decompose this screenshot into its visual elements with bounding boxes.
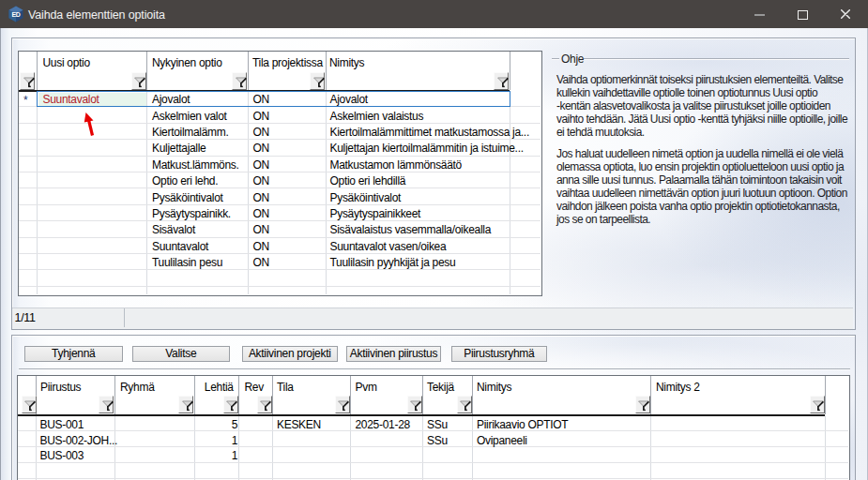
svg-text:ED: ED bbox=[11, 11, 20, 18]
